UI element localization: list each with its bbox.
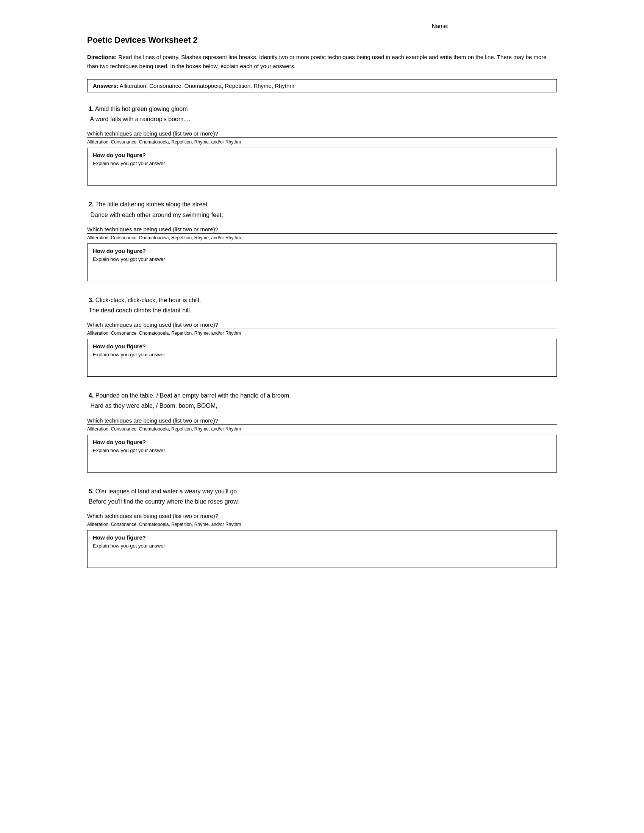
- question-4: 4. Pounded on the table, / Beat an empty…: [87, 391, 557, 472]
- figure-box-5[interactable]: How do you figure? Explain how you got y…: [87, 530, 557, 568]
- figure-hint-5: Explain how you got your answer: [93, 543, 551, 548]
- techniques-question-1: Which techniques are being used (list tw…: [87, 130, 557, 138]
- figure-title-4: How do you figure?: [93, 439, 551, 445]
- hint-text-5: Alliteration, Consonance, Onomatopoeia, …: [87, 522, 557, 527]
- techniques-question-3: Which techniques are being used (list tw…: [87, 322, 557, 329]
- question-5: 5. O'er leagues of land and water a wear…: [87, 486, 557, 568]
- page-title: Poetic Devices Worksheet 2: [87, 35, 557, 45]
- figure-hint-1: Explain how you got your answer: [93, 161, 551, 166]
- figure-title-3: How do you figure?: [93, 343, 551, 349]
- figure-box-3[interactable]: How do you figure? Explain how you got y…: [87, 339, 557, 377]
- hint-text-2: Alliteration, Consonance, Onomatopoeia, …: [87, 235, 557, 240]
- figure-title-1: How do you figure?: [93, 152, 551, 158]
- techniques-label-4: Which techniques are being used (list tw…: [87, 417, 218, 424]
- figure-title-2: How do you figure?: [93, 248, 551, 254]
- question-2: 2. The little clattering stones along th…: [87, 199, 557, 281]
- techniques-label-5: Which techniques are being used (list tw…: [87, 513, 218, 519]
- answers-bold: Answers:: [93, 82, 119, 89]
- answers-box: Answers: Alliteration, Consonance, Onoma…: [87, 79, 557, 92]
- figure-hint-4: Explain how you got your answer: [93, 447, 551, 453]
- figure-box-4[interactable]: How do you figure? Explain how you got y…: [87, 435, 557, 473]
- page-container: Name: Poetic Devices Worksheet 2 Directi…: [57, 0, 587, 604]
- poem-lines-4: 4. Pounded on the table, / Beat an empty…: [89, 391, 557, 411]
- question-3: 3. Click-clack, click-clack, the hour is…: [87, 295, 557, 377]
- hint-text-4: Alliteration, Consonance, Onomatopoeia, …: [87, 426, 557, 432]
- poem-lines-2: 2. The little clattering stones along th…: [89, 199, 557, 220]
- question-1: 1. Amid this hot green glowing gloom A w…: [87, 104, 557, 185]
- techniques-question-4: Which techniques are being used (list tw…: [87, 417, 557, 425]
- poem-lines-3: 3. Click-clack, click-clack, the hour is…: [89, 295, 557, 315]
- poem-lines-5: 5. O'er leagues of land and water a wear…: [89, 486, 557, 507]
- figure-hint-2: Explain how you got your answer: [93, 256, 551, 262]
- name-blank[interactable]: [451, 23, 557, 29]
- hint-text-3: Alliteration, Consonance, Onomatopoeia, …: [87, 331, 557, 336]
- figure-title-5: How do you figure?: [93, 534, 551, 541]
- techniques-label-2: Which techniques are being used (list tw…: [87, 226, 218, 233]
- poem-lines-1: 1. Amid this hot green glowing gloom A w…: [89, 104, 557, 124]
- directions-text: Read the lines of poetry. Slashes repres…: [87, 54, 547, 69]
- techniques-label-1: Which techniques are being used (list tw…: [87, 130, 218, 137]
- answers-text: Alliteration, Consonance, Onomatopoeia, …: [119, 82, 295, 89]
- name-line: Name:: [87, 23, 557, 29]
- techniques-question-5: Which techniques are being used (list tw…: [87, 513, 557, 520]
- directions: Directions: Read the lines of poetry. Sl…: [87, 53, 557, 71]
- name-label: Name:: [432, 23, 449, 29]
- figure-box-1[interactable]: How do you figure? Explain how you got y…: [87, 148, 557, 185]
- techniques-label-3: Which techniques are being used (list tw…: [87, 322, 218, 328]
- hint-text-1: Alliteration, Consonance, Onomatopoeia, …: [87, 139, 557, 145]
- figure-hint-3: Explain how you got your answer: [93, 352, 551, 357]
- techniques-question-2: Which techniques are being used (list tw…: [87, 226, 557, 234]
- directions-bold: Directions:: [87, 54, 117, 60]
- figure-box-2[interactable]: How do you figure? Explain how you got y…: [87, 243, 557, 281]
